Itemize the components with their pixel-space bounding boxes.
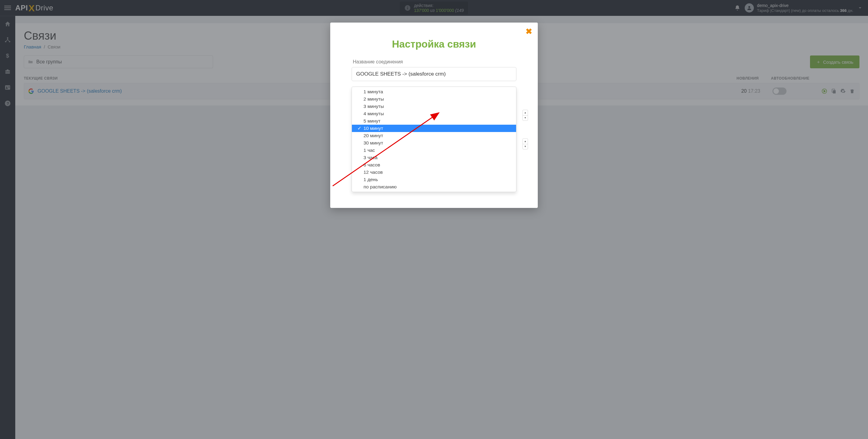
- interval-option[interactable]: 30 минут: [352, 139, 516, 147]
- interval-option-label: 3 минуты: [364, 104, 384, 109]
- check-icon: ✓: [358, 126, 361, 131]
- connection-name-label: Название соединения: [353, 59, 517, 65]
- stepper-behind-2[interactable]: ▲▼: [523, 138, 528, 149]
- interval-option-label: 10 минут: [364, 126, 383, 131]
- modal-title: Настройка связи: [341, 38, 527, 50]
- interval-option-label: 5 минут: [364, 118, 380, 124]
- interval-option[interactable]: 1 день: [352, 176, 516, 183]
- interval-option-label: по расписанию: [364, 184, 397, 190]
- connection-settings-modal: ✖ Настройка связи Название соединения ▲▼…: [330, 23, 538, 208]
- interval-option[interactable]: ✓10 минут: [352, 125, 516, 132]
- interval-option-label: 20 минут: [364, 133, 383, 138]
- close-icon[interactable]: ✖: [526, 27, 532, 36]
- interval-option[interactable]: 3 часа: [352, 154, 516, 161]
- interval-option-label: 30 минут: [364, 140, 383, 146]
- interval-option-label: 1 час: [364, 147, 375, 153]
- interval-option-label: 1 минута: [364, 89, 383, 95]
- interval-option-label: 4 минуты: [364, 111, 384, 116]
- connection-name-input[interactable]: [351, 67, 517, 81]
- interval-option[interactable]: 1 минута: [352, 88, 516, 95]
- interval-option[interactable]: 12 часов: [352, 169, 516, 176]
- interval-option[interactable]: 1 час: [352, 147, 516, 154]
- interval-option-label: 1 день: [364, 177, 378, 182]
- interval-option-label: 2 минуты: [364, 96, 384, 102]
- interval-option-label: 3 часа: [364, 155, 377, 160]
- interval-option[interactable]: 20 минут: [352, 132, 516, 139]
- interval-option[interactable]: 2 минуты: [352, 95, 516, 103]
- interval-option[interactable]: 6 часов: [352, 161, 516, 169]
- interval-option-label: 12 часов: [364, 169, 383, 175]
- interval-option-label: 6 часов: [364, 162, 380, 168]
- interval-dropdown[interactable]: 1 минута2 минуты3 минуты4 минуты5 минут✓…: [351, 87, 517, 192]
- interval-option[interactable]: по расписанию: [352, 183, 516, 191]
- interval-option[interactable]: 3 минуты: [352, 103, 516, 110]
- interval-option[interactable]: 5 минут: [352, 117, 516, 125]
- interval-option[interactable]: 4 минуты: [352, 110, 516, 117]
- stepper-behind-1[interactable]: ▲▼: [523, 110, 528, 121]
